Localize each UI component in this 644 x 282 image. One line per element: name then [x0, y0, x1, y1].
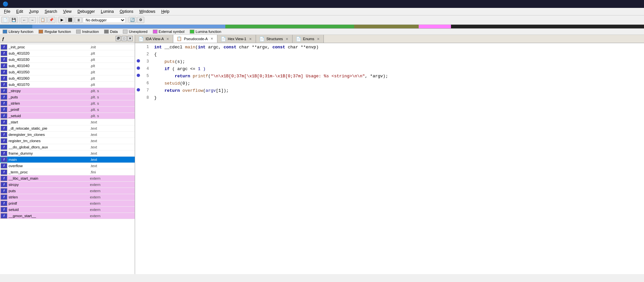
fn-row[interactable]: f_term_proc.fini — [0, 169, 135, 175]
tab-enums[interactable]: 📄Enums✕ — [293, 35, 324, 43]
menu-lumina[interactable]: Lumina — [98, 9, 116, 14]
fn-row[interactable]: fputsextern — [0, 188, 135, 194]
code-panel: 📄IDA View-A✕📋Pseudocode-A✕📄Hex View-1✕📄S… — [135, 35, 644, 274]
fn-row[interactable]: fmain.text — [0, 157, 135, 163]
menu-help[interactable]: Help — [158, 9, 172, 14]
fn-row[interactable]: fsub_401040.plt — [0, 63, 135, 69]
fn-row[interactable]: fsub_401030.plt — [0, 57, 135, 63]
tab-close-btn[interactable]: ✕ — [166, 37, 170, 41]
fn-row[interactable]: f_printf.plt. s — [0, 107, 135, 113]
tab-structures[interactable]: 📄Structures✕ — [256, 35, 293, 43]
toolbar-paste[interactable]: 📌 — [47, 17, 55, 23]
fn-row[interactable]: f__do_global_dtors_aux.text — [0, 144, 135, 150]
fn-row[interactable]: f_init_proc.init — [0, 44, 135, 50]
tab-close-btn[interactable]: ✕ — [285, 37, 289, 41]
menu-view[interactable]: View — [60, 9, 74, 14]
panel-float-btn[interactable]: □ — [122, 36, 127, 41]
tab-hex-view-1[interactable]: 📄Hex View-1✕ — [217, 35, 256, 43]
fn-segment: .text — [89, 151, 135, 155]
fn-row[interactable]: fsetuidextern — [0, 207, 135, 213]
line-content: if ( argc <= 1 ) — [152, 66, 644, 71]
fn-row[interactable]: fsub_401050.plt — [0, 69, 135, 75]
tab-pseudocode-a[interactable]: 📋Pseudocode-A✕ — [173, 35, 217, 43]
toolbar-back[interactable]: ← — [21, 17, 28, 23]
functions-list[interactable]: f_init_proc.initfsub_401020.pltfsub_4010… — [0, 44, 135, 274]
legend-lumina: Lumina function — [190, 30, 221, 34]
panel-close-btn[interactable]: ✕ — [127, 36, 133, 41]
toolbar-fwd[interactable]: → — [29, 17, 36, 23]
fn-name: _printf — [7, 108, 89, 112]
tab-close-btn[interactable]: ✕ — [210, 37, 214, 40]
toolbar-save[interactable]: 💾 — [10, 17, 18, 23]
fn-segment: extern — [89, 189, 135, 193]
fn-icon: f — [1, 76, 7, 81]
toolbar-copy[interactable]: 📋 — [39, 17, 47, 23]
toolbar-sep2 — [37, 17, 38, 23]
fn-icon: f — [1, 194, 7, 200]
code-token-kw: return — [175, 74, 190, 79]
fn-icon: f — [1, 94, 7, 100]
tab-close-btn[interactable]: ✕ — [248, 37, 252, 41]
line-number: 4 — [142, 66, 152, 71]
breakpoint-dot[interactable] — [137, 59, 140, 63]
panel-restore-btn[interactable]: 🗗 — [116, 36, 121, 41]
fn-row[interactable]: fstrlenextern — [0, 194, 135, 200]
debugger-select[interactable]: No debugger — [83, 17, 126, 23]
nav-seg-unexplored — [451, 25, 644, 28]
fn-row[interactable]: f_start.text — [0, 119, 135, 125]
legend-external: External symbol — [153, 30, 184, 34]
menu-edit[interactable]: Edit — [14, 9, 26, 14]
fn-icon: f — [1, 201, 7, 206]
fn-row[interactable]: fstrcpyextern — [0, 182, 135, 188]
toolbar-new[interactable]: 📄 — [1, 17, 9, 23]
fn-icon: f — [1, 157, 7, 162]
code-token-normal: (s); — [175, 59, 185, 64]
fn-name: sub_401040 — [7, 64, 89, 68]
fn-row[interactable]: f_dl_relocate_static_pie.text — [0, 125, 135, 132]
toolbar-stop[interactable]: ⬛ — [66, 17, 74, 23]
fn-row[interactable]: f_puts.plt. s — [0, 94, 135, 100]
fn-segment: .plt. s — [89, 114, 135, 118]
fn-row[interactable]: fframe_dummy.text — [0, 150, 135, 157]
code-line: 6 setuid(0); — [135, 81, 644, 88]
menu-search[interactable]: Search — [42, 9, 60, 14]
breakpoint-dot[interactable] — [137, 66, 140, 70]
menu-debugger[interactable]: Debugger — [75, 9, 98, 14]
legend-regular-label: Regular function — [44, 30, 71, 34]
fn-row[interactable]: foverflow.text — [0, 163, 135, 169]
fn-row[interactable]: f_strlen.plt. s — [0, 100, 135, 107]
menu-jump[interactable]: Jump — [26, 9, 41, 14]
fn-row[interactable]: f__libc_start_mainextern — [0, 175, 135, 182]
fn-row[interactable]: fsub_401070.plt — [0, 82, 135, 88]
nav-seg-text — [225, 25, 354, 28]
tab-ida-view-a[interactable]: 📄IDA View-A✕ — [135, 35, 173, 43]
menu-options[interactable]: Options — [117, 9, 136, 14]
tab-close-btn[interactable]: ✕ — [316, 37, 320, 41]
toolbar-pause[interactable]: ⏸ — [75, 17, 82, 23]
toolbar-refresh[interactable]: 🔄 — [128, 17, 136, 23]
line-content: return printf("\n\x1B[0;37m[\x1B[0;31m-\… — [152, 74, 644, 79]
fn-row[interactable]: f__gmon_start__extern — [0, 213, 135, 219]
fn-row[interactable]: fsub_401060.plt — [0, 75, 135, 82]
breakpoint-dot[interactable] — [137, 74, 140, 77]
code-token-kw: return — [164, 88, 180, 93]
code-token-normal — [154, 66, 164, 71]
fn-segment: .plt — [89, 51, 135, 55]
menu-bar: File Edit Jump Search View Debugger Lumi… — [0, 8, 644, 15]
code-view[interactable]: 1int __cdecl main(int argc, const char *… — [135, 43, 644, 274]
fn-row[interactable]: fderegister_tm_clones.text — [0, 132, 135, 138]
fn-row[interactable]: fsub_401020.plt — [0, 50, 135, 57]
fn-row[interactable]: f_setuid.plt. s — [0, 113, 135, 119]
fn-row[interactable]: fprintfextern — [0, 200, 135, 207]
menu-file[interactable]: File — [1, 9, 13, 14]
code-token-normal: (0); — [180, 81, 190, 86]
fn-row[interactable]: f_strcpy.plt. s — [0, 88, 135, 94]
line-content: } — [152, 95, 644, 100]
fn-name: sub_401060 — [7, 76, 89, 80]
toolbar-settings[interactable]: ⚙ — [137, 17, 144, 23]
line-indicator — [135, 59, 142, 63]
fn-row[interactable]: fregister_tm_clones.text — [0, 138, 135, 144]
toolbar-run[interactable]: ▶ — [58, 17, 66, 23]
menu-windows[interactable]: Windows — [137, 9, 158, 14]
breakpoint-dot[interactable] — [137, 88, 140, 91]
